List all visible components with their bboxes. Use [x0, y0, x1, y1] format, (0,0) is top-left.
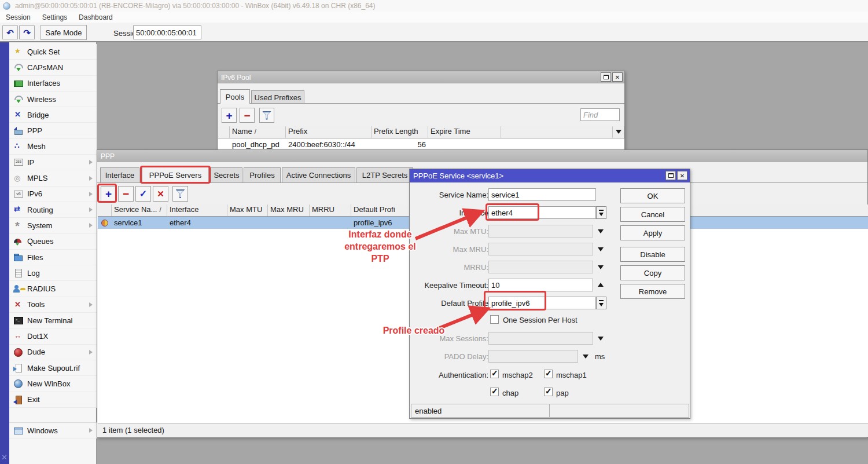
- max-sessions-toggle-icon[interactable]: [598, 337, 604, 341]
- max-mtu-toggle-icon[interactable]: [598, 229, 604, 233]
- column-prefix-length[interactable]: Prefix Length: [372, 126, 428, 138]
- sidebar-item-quick-set[interactable]: Quick Set: [9, 44, 97, 60]
- supout-icon: [13, 363, 23, 372]
- sidebar-item-bridge[interactable]: Bridge: [9, 107, 97, 123]
- check-icon: ✓: [545, 368, 552, 378]
- sidebar-item-windows[interactable]: Windows: [9, 423, 97, 439]
- column-default-profile[interactable]: Default Profi: [351, 204, 413, 216]
- ipv6-pool-table-header[interactable]: Name/ Prefix Prefix Length Expire Time: [218, 126, 624, 138]
- sidebar-item-tools[interactable]: Tools: [9, 297, 97, 313]
- sidebar-item-new-terminal[interactable]: New Terminal: [9, 313, 97, 328]
- max-mtu-input[interactable]: [488, 225, 593, 238]
- dialog-titlebar[interactable]: PPPoE Service <service1>: [410, 169, 690, 182]
- sidebar-item-ipv6[interactable]: IPv6: [9, 187, 97, 202]
- sidebar-item-interfaces[interactable]: Interfaces: [9, 76, 97, 92]
- max-sessions-input[interactable]: [488, 332, 593, 345]
- tab-l2tp-secrets[interactable]: L2TP Secrets: [356, 167, 413, 182]
- mrru-input[interactable]: [488, 261, 593, 273]
- pool-prefix-length-cell: 56: [372, 138, 428, 151]
- close-button[interactable]: ✕: [612, 72, 623, 82]
- apply-button[interactable]: Apply: [620, 225, 685, 240]
- ok-button[interactable]: OK: [620, 188, 685, 203]
- undo-button[interactable]: ↶: [2, 25, 18, 39]
- menu-settings[interactable]: Settings: [36, 12, 73, 23]
- sidebar-item-mesh[interactable]: Mesh: [9, 139, 97, 155]
- service-name-input[interactable]: [488, 188, 596, 201]
- menu-dashboard[interactable]: Dashboard: [73, 12, 119, 23]
- sidebar-item-make-supout[interactable]: Make Supout.rif: [9, 360, 97, 376]
- sidebar-item-radius[interactable]: RADIUS: [9, 281, 97, 297]
- copy-button[interactable]: Copy: [620, 265, 685, 280]
- sidebar-item-capsman[interactable]: CAPsMAN: [9, 60, 97, 75]
- mschap1-checkbox[interactable]: ✓: [544, 370, 553, 378]
- pado-delay-toggle-icon[interactable]: [583, 355, 589, 359]
- find-input[interactable]: [580, 108, 620, 121]
- column-expire-time[interactable]: Expire Time: [428, 126, 501, 138]
- maximize-button[interactable]: [665, 171, 676, 180]
- mrru-toggle-icon[interactable]: [598, 265, 604, 269]
- session-input[interactable]: [133, 25, 201, 39]
- enable-button[interactable]: ✓: [135, 186, 151, 202]
- dude-icon: [13, 348, 23, 357]
- mschap2-checkbox[interactable]: ✓: [490, 370, 499, 378]
- pado-delay-input[interactable]: [488, 350, 578, 363]
- sidebar-item-wireless[interactable]: Wireless: [9, 92, 97, 107]
- keepalive-input[interactable]: [488, 279, 593, 291]
- column-max-mru[interactable]: Max MRU: [268, 204, 310, 216]
- pap-checkbox[interactable]: ✓: [544, 388, 553, 396]
- column-prefix[interactable]: Prefix: [286, 126, 372, 138]
- sidebar-item-ip[interactable]: IP: [9, 155, 97, 170]
- remove-pool-button[interactable]: −: [240, 108, 255, 123]
- cancel-button[interactable]: Cancel: [620, 207, 685, 222]
- tab-active-connections[interactable]: Active Connections: [282, 167, 355, 182]
- tab-secrets[interactable]: Secrets: [211, 167, 242, 182]
- disable-button[interactable]: Disable: [620, 247, 685, 262]
- tab-profiles[interactable]: Profiles: [244, 167, 281, 182]
- column-service-name[interactable]: Service Na.../: [112, 204, 167, 216]
- safe-mode-button[interactable]: Safe Mode: [41, 25, 87, 40]
- one-session-checkbox[interactable]: [490, 315, 499, 324]
- redo-button[interactable]: ↷: [19, 25, 35, 39]
- sidebar-item-new-winbox[interactable]: New WinBox: [9, 376, 97, 392]
- sidebar-item-dude[interactable]: Dude: [9, 345, 97, 360]
- column-max-mtu[interactable]: Max MTU: [227, 204, 268, 216]
- sidebar-item-dot1x[interactable]: Dot1X: [9, 328, 97, 344]
- tab-pools[interactable]: Pools: [220, 89, 250, 104]
- sidebar-item-routing[interactable]: Routing: [9, 202, 97, 218]
- disable-button[interactable]: ✕: [153, 186, 168, 202]
- sidebar-item-system[interactable]: System: [9, 218, 97, 233]
- remove-service-button[interactable]: −: [118, 186, 134, 202]
- ppp-titlebar[interactable]: PPP: [97, 150, 867, 162]
- add-pool-button[interactable]: +: [222, 108, 237, 123]
- ipv6-pool-titlebar[interactable]: IPv6 Pool: [218, 71, 624, 83]
- sidebar-item-log[interactable]: Log: [9, 265, 97, 281]
- max-mru-toggle-icon[interactable]: [598, 247, 604, 251]
- max-mru-input[interactable]: [488, 243, 593, 255]
- sidebar-item-files[interactable]: Files: [9, 250, 97, 265]
- column-chooser-button[interactable]: [613, 126, 624, 138]
- close-button[interactable]: ✕: [677, 171, 687, 180]
- column-mrru[interactable]: MRRU: [310, 204, 351, 216]
- ipv6-pool-row[interactable]: pool_dhcp_pd 2400:beef:6030::/44 56: [218, 138, 624, 151]
- menu-session[interactable]: Session: [0, 12, 36, 23]
- filter-button[interactable]: [259, 108, 274, 123]
- keepalive-toggle-icon[interactable]: [598, 283, 604, 287]
- column-icon[interactable]: [98, 204, 112, 216]
- minus-icon: −: [244, 110, 250, 121]
- tab-used-prefixes[interactable]: Used Prefixes: [251, 90, 304, 104]
- sidebar-item-mpls[interactable]: MPLS: [9, 170, 97, 186]
- maximize-button[interactable]: [601, 72, 611, 82]
- column-icon[interactable]: [218, 126, 230, 138]
- chap-checkbox[interactable]: ✓: [490, 388, 499, 396]
- tab-interface[interactable]: Interface: [100, 167, 139, 182]
- remove-button[interactable]: Remove: [620, 284, 685, 299]
- column-interface[interactable]: Interface: [167, 204, 227, 216]
- sidebar-item-ppp[interactable]: PPP: [9, 123, 97, 138]
- x-icon: ✕: [157, 189, 164, 198]
- sidebar-item-exit[interactable]: Exit: [9, 392, 97, 408]
- filter-button[interactable]: [172, 186, 188, 202]
- default-profile-dropdown-button[interactable]: [596, 297, 606, 309]
- sidebar-item-queues[interactable]: Queues: [9, 234, 97, 250]
- interface-dropdown-button[interactable]: [596, 206, 606, 219]
- column-name[interactable]: Name/: [230, 126, 286, 138]
